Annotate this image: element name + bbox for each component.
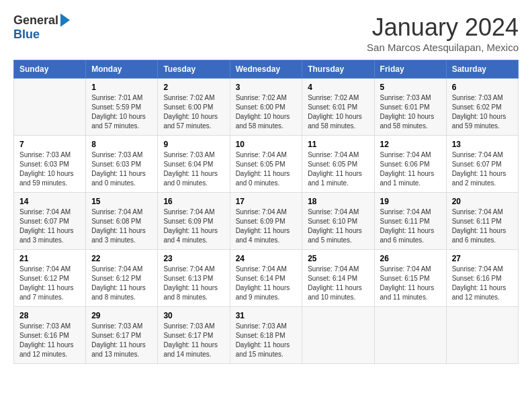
calendar-cell: 15 Sunrise: 7:04 AM Sunset: 6:08 PM Dayl…: [86, 193, 158, 250]
day-number: 27: [452, 254, 513, 263]
sunrise-text: Sunrise: 7:04 AM: [236, 265, 287, 273]
calendar-cell: 7 Sunrise: 7:03 AM Sunset: 6:03 PM Dayli…: [14, 136, 86, 193]
sunrise-text: Sunrise: 7:03 AM: [91, 322, 142, 330]
sunset-text: Sunset: 6:00 PM: [236, 103, 285, 111]
day-info: Sunrise: 7:04 AM Sunset: 6:06 PM Dayligh…: [380, 150, 441, 188]
daylight-text: Daylight: 11 hours and 14 minutes.: [163, 341, 218, 358]
daylight-text: Daylight: 11 hours and 4 minutes.: [236, 227, 290, 244]
daylight-text: Daylight: 11 hours and 9 minutes.: [236, 284, 290, 301]
sunset-text: Sunset: 6:18 PM: [236, 332, 285, 339]
sunset-text: Sunset: 6:01 PM: [380, 103, 430, 111]
sunrise-text: Sunrise: 7:04 AM: [452, 151, 503, 158]
sunset-text: Sunset: 6:16 PM: [19, 332, 69, 339]
calendar-cell: 13 Sunrise: 7:04 AM Sunset: 6:07 PM Dayl…: [446, 136, 518, 193]
day-info: Sunrise: 7:01 AM Sunset: 5:59 PM Dayligh…: [91, 93, 152, 131]
calendar-cell: 29 Sunrise: 7:03 AM Sunset: 6:17 PM Dayl…: [86, 307, 158, 364]
day-number: 20: [452, 197, 513, 206]
calendar-week-1: 1 Sunrise: 7:01 AM Sunset: 5:59 PM Dayli…: [14, 79, 519, 136]
calendar-cell: 9 Sunrise: 7:03 AM Sunset: 6:04 PM Dayli…: [158, 136, 230, 193]
daylight-text: Daylight: 10 hours and 58 minutes.: [308, 113, 362, 130]
calendar-cell: 22 Sunrise: 7:04 AM Sunset: 6:12 PM Dayl…: [86, 250, 158, 307]
day-number: 24: [236, 254, 297, 263]
sunset-text: Sunset: 6:13 PM: [163, 275, 213, 282]
daylight-text: Daylight: 10 hours and 59 minutes.: [19, 170, 74, 187]
daylight-text: Daylight: 10 hours and 58 minutes.: [380, 113, 435, 130]
sunset-text: Sunset: 6:02 PM: [452, 103, 502, 111]
day-info: Sunrise: 7:04 AM Sunset: 6:14 PM Dayligh…: [236, 265, 297, 302]
sunset-text: Sunset: 6:09 PM: [236, 218, 285, 225]
calendar-cell: 5 Sunrise: 7:03 AM Sunset: 6:01 PM Dayli…: [374, 79, 446, 136]
sunset-text: Sunset: 6:17 PM: [91, 332, 141, 339]
col-friday: Friday: [374, 60, 446, 79]
day-info: Sunrise: 7:04 AM Sunset: 6:11 PM Dayligh…: [452, 208, 513, 245]
daylight-text: Daylight: 11 hours and 1 minute.: [380, 170, 435, 187]
daylight-text: Daylight: 11 hours and 0 minutes.: [91, 170, 146, 187]
sunrise-text: Sunrise: 7:04 AM: [308, 208, 359, 216]
sunrise-text: Sunrise: 7:04 AM: [380, 151, 431, 158]
calendar-week-5: 28 Sunrise: 7:03 AM Sunset: 6:16 PM Dayl…: [14, 307, 519, 364]
sunrise-text: Sunrise: 7:04 AM: [380, 265, 431, 273]
calendar-cell: 17 Sunrise: 7:04 AM Sunset: 6:09 PM Dayl…: [230, 193, 302, 250]
daylight-text: Daylight: 10 hours and 59 minutes.: [452, 113, 506, 130]
day-info: Sunrise: 7:04 AM Sunset: 6:14 PM Dayligh…: [308, 265, 368, 302]
sunrise-text: Sunrise: 7:02 AM: [308, 94, 359, 101]
logo-general: General: [13, 13, 58, 28]
day-number: 15: [91, 197, 152, 206]
sunrise-text: Sunrise: 7:04 AM: [308, 151, 359, 158]
calendar-cell: 25 Sunrise: 7:04 AM Sunset: 6:14 PM Dayl…: [302, 250, 374, 307]
sunset-text: Sunset: 6:12 PM: [91, 275, 141, 282]
month-title: January 2024: [367, 13, 519, 42]
day-number: 7: [19, 140, 80, 149]
sunset-text: Sunset: 6:10 PM: [308, 218, 357, 225]
daylight-text: Daylight: 11 hours and 0 minutes.: [236, 170, 290, 187]
calendar-cell: 27 Sunrise: 7:04 AM Sunset: 6:16 PM Dayl…: [446, 250, 518, 307]
calendar-week-4: 21 Sunrise: 7:04 AM Sunset: 6:12 PM Dayl…: [14, 250, 519, 307]
day-info: Sunrise: 7:04 AM Sunset: 6:10 PM Dayligh…: [308, 208, 368, 245]
day-info: Sunrise: 7:03 AM Sunset: 6:18 PM Dayligh…: [236, 322, 297, 359]
daylight-text: Daylight: 11 hours and 4 minutes.: [163, 227, 218, 244]
calendar-cell: 2 Sunrise: 7:02 AM Sunset: 6:00 PM Dayli…: [158, 79, 230, 136]
daylight-text: Daylight: 11 hours and 5 minutes.: [308, 227, 362, 244]
calendar-week-2: 7 Sunrise: 7:03 AM Sunset: 6:03 PM Dayli…: [14, 136, 519, 193]
day-info: Sunrise: 7:04 AM Sunset: 6:09 PM Dayligh…: [163, 208, 224, 245]
day-info: Sunrise: 7:02 AM Sunset: 6:01 PM Dayligh…: [308, 93, 368, 131]
calendar-cell: 20 Sunrise: 7:04 AM Sunset: 6:11 PM Dayl…: [446, 193, 518, 250]
sunset-text: Sunset: 6:00 PM: [163, 103, 213, 111]
calendar-cell: 21 Sunrise: 7:04 AM Sunset: 6:12 PM Dayl…: [14, 250, 86, 307]
day-info: Sunrise: 7:03 AM Sunset: 6:03 PM Dayligh…: [91, 150, 152, 188]
calendar-cell: 1 Sunrise: 7:01 AM Sunset: 5:59 PM Dayli…: [86, 79, 158, 136]
calendar-table: Sunday Monday Tuesday Wednesday Thursday…: [13, 60, 519, 364]
sunrise-text: Sunrise: 7:04 AM: [19, 265, 71, 273]
day-number: 26: [380, 254, 441, 263]
calendar-cell: [14, 79, 86, 136]
col-monday: Monday: [86, 60, 158, 79]
day-number: 10: [236, 140, 297, 149]
calendar-cell: 14 Sunrise: 7:04 AM Sunset: 6:07 PM Dayl…: [14, 193, 86, 250]
day-number: 30: [163, 311, 224, 320]
sunset-text: Sunset: 6:03 PM: [91, 161, 141, 168]
daylight-text: Daylight: 11 hours and 11 minutes.: [380, 284, 435, 301]
daylight-text: Daylight: 11 hours and 6 minutes.: [452, 227, 506, 244]
day-number: 17: [236, 197, 297, 206]
sunset-text: Sunset: 6:07 PM: [452, 161, 502, 168]
day-info: Sunrise: 7:03 AM Sunset: 6:17 PM Dayligh…: [91, 322, 152, 359]
sunrise-text: Sunrise: 7:03 AM: [91, 151, 142, 158]
day-number: 22: [91, 254, 152, 263]
day-info: Sunrise: 7:02 AM Sunset: 6:00 PM Dayligh…: [236, 93, 297, 131]
calendar-cell: 19 Sunrise: 7:04 AM Sunset: 6:11 PM Dayl…: [374, 193, 446, 250]
calendar-cell: [374, 307, 446, 364]
day-number: 8: [91, 140, 152, 149]
day-info: Sunrise: 7:02 AM Sunset: 6:00 PM Dayligh…: [163, 93, 224, 131]
logo-blue: Blue: [13, 28, 40, 42]
sunset-text: Sunset: 6:04 PM: [163, 161, 213, 168]
day-number: 25: [308, 254, 368, 263]
calendar-cell: 8 Sunrise: 7:03 AM Sunset: 6:03 PM Dayli…: [86, 136, 158, 193]
daylight-text: Daylight: 10 hours and 58 minutes.: [236, 113, 290, 130]
col-tuesday: Tuesday: [158, 60, 230, 79]
sunset-text: Sunset: 6:08 PM: [91, 218, 141, 225]
calendar-cell: 4 Sunrise: 7:02 AM Sunset: 6:01 PM Dayli…: [302, 79, 374, 136]
day-info: Sunrise: 7:04 AM Sunset: 6:12 PM Dayligh…: [91, 265, 152, 302]
sunset-text: Sunset: 6:14 PM: [236, 275, 285, 282]
sunrise-text: Sunrise: 7:04 AM: [236, 208, 287, 216]
day-info: Sunrise: 7:03 AM Sunset: 6:16 PM Dayligh…: [19, 322, 80, 359]
